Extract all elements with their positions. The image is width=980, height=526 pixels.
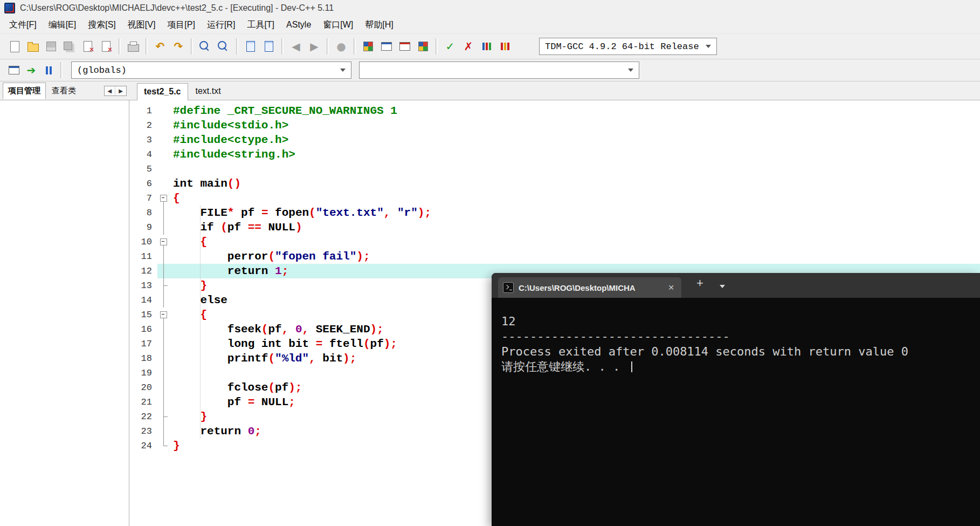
tab-text-txt[interactable]: text.txt <box>189 83 227 100</box>
menu-item-astyle[interactable]: AStyle <box>280 18 317 32</box>
terminal-line: 12 <box>501 314 975 329</box>
fold-margin <box>157 162 170 176</box>
code-line[interactable]: 6int main() <box>129 176 980 191</box>
save-all-icon[interactable] <box>61 38 78 55</box>
save-icon[interactable] <box>43 38 60 55</box>
redo-icon[interactable]: ↷ <box>170 38 187 55</box>
menu-item-window[interactable]: 窗口[W] <box>317 17 359 33</box>
line-number[interactable]: 6 <box>129 176 157 191</box>
code-text: #define _CRT_SECURE_NO_WARNINGS 1 <box>170 104 980 118</box>
find-icon[interactable] <box>197 38 214 55</box>
line-number[interactable]: 7 <box>129 191 157 206</box>
menu-item-tools[interactable]: 工具[T] <box>241 17 280 33</box>
menu-item-view[interactable]: 视图[V] <box>122 17 162 33</box>
close-all-icon[interactable] <box>98 38 115 55</box>
fold-marker-icon[interactable] <box>157 191 170 206</box>
project-manager-panel[interactable] <box>0 100 129 526</box>
back-icon[interactable]: ◀ <box>287 38 305 55</box>
code-line[interactable]: 9 if (pf == NULL) <box>129 220 980 235</box>
line-number[interactable]: 22 <box>129 409 157 424</box>
code-line[interactable]: 3#include<ctype.h> <box>129 133 980 147</box>
members-select[interactable] <box>359 62 639 79</box>
terminal-output[interactable]: 12--------------------------------Proces… <box>492 298 980 374</box>
main-toolbar: ↶↷◀▶●✓✗ TDM-GCC 4.9.2 64-bit Release <box>0 33 980 59</box>
menu-item-search[interactable]: 搜索[S] <box>82 17 122 33</box>
menu-item-help[interactable]: 帮助[H] <box>359 17 399 33</box>
bookmark-icon[interactable] <box>260 38 278 55</box>
line-number[interactable]: 14 <box>129 293 157 308</box>
code-line[interactable]: 11 perror("fopen fail"); <box>129 249 980 264</box>
fold-margin <box>157 147 170 162</box>
fold-margin <box>157 424 170 439</box>
line-number[interactable]: 23 <box>129 424 157 439</box>
tab-project-manager[interactable]: 项目管理 <box>3 83 46 99</box>
line-number[interactable]: 21 <box>129 395 157 409</box>
undo-icon[interactable]: ↶ <box>151 38 169 55</box>
line-number[interactable]: 13 <box>129 278 157 293</box>
scroll-right-icon[interactable]: ▶ <box>115 86 126 95</box>
profile-analysis-icon[interactable] <box>496 38 514 55</box>
line-number[interactable]: 18 <box>129 351 157 366</box>
toolbar-separator <box>191 38 193 54</box>
line-number[interactable]: 11 <box>129 249 157 264</box>
code-line[interactable]: 4#include<string.h> <box>129 147 980 162</box>
rebuild-icon[interactable]: ✗ <box>460 38 477 55</box>
line-number[interactable]: 8 <box>129 206 157 220</box>
toolbar-separator <box>236 38 238 54</box>
line-number[interactable]: 9 <box>129 220 157 235</box>
print-icon[interactable] <box>125 38 142 55</box>
menu-item-project[interactable]: 项目[P] <box>161 17 201 33</box>
goto-implementation-icon[interactable]: ➔ <box>23 62 39 78</box>
pause-icon[interactable] <box>40 62 57 78</box>
code-line[interactable]: 5 <box>129 162 980 176</box>
tab-test2-5-c[interactable]: test2_5.c <box>137 83 188 100</box>
fold-marker-icon[interactable] <box>157 308 170 322</box>
replace-icon[interactable] <box>215 38 232 55</box>
line-number[interactable]: 15 <box>129 308 157 322</box>
compile-icon[interactable]: ✓ <box>441 38 459 55</box>
terminal-tab[interactable]: C:\Users\ROG\Desktop\MICHA ✕ <box>498 277 681 298</box>
code-line[interactable]: 8 FILE* pf = fopen("text.txt", "r"); <box>129 206 980 220</box>
tab-class-browser[interactable]: 查看类 <box>47 83 81 99</box>
remove-project-icon[interactable] <box>378 38 395 55</box>
abort-icon[interactable]: ● <box>333 38 350 55</box>
line-number[interactable]: 1 <box>129 104 157 118</box>
code-line[interactable]: 10 { <box>129 235 980 249</box>
code-line[interactable]: 1#define _CRT_SECURE_NO_WARNINGS 1 <box>129 104 980 118</box>
scroll-left-icon[interactable]: ◀ <box>105 86 115 95</box>
new-tab-icon[interactable]: + <box>696 277 703 289</box>
line-number[interactable]: 20 <box>129 380 157 395</box>
compiler-select[interactable]: TDM-GCC 4.9.2 64-bit Release <box>539 38 717 55</box>
profile-icon[interactable] <box>478 38 495 55</box>
project-options-icon[interactable] <box>396 38 413 55</box>
line-number[interactable]: 16 <box>129 322 157 337</box>
new-project-icon[interactable] <box>360 38 377 55</box>
line-number[interactable]: 17 <box>129 337 157 351</box>
line-number[interactable]: 2 <box>129 118 157 133</box>
code-text: #include<ctype.h> <box>170 133 980 147</box>
menu-item-edit[interactable]: 编辑[E] <box>43 17 82 33</box>
line-number[interactable]: 3 <box>129 133 157 147</box>
line-number[interactable]: 10 <box>129 235 157 249</box>
globals-select[interactable]: (globals) <box>71 62 351 79</box>
goto-declaration-icon[interactable] <box>6 62 22 78</box>
tab-dropdown-button[interactable] <box>720 281 725 290</box>
line-number[interactable]: 5 <box>129 162 157 176</box>
close-tab-icon[interactable]: ✕ <box>666 283 677 292</box>
menu-item-run[interactable]: 运行[R] <box>201 17 241 33</box>
fold-marker-icon[interactable] <box>157 235 170 249</box>
line-number[interactable]: 19 <box>129 366 157 380</box>
new-file-icon[interactable] <box>6 38 23 55</box>
goto-line-icon[interactable] <box>242 38 259 55</box>
package-manager-icon[interactable] <box>415 38 432 55</box>
globals-select-value: (globals) <box>77 65 127 76</box>
code-line[interactable]: 7{ <box>129 191 980 206</box>
line-number[interactable]: 4 <box>129 147 157 162</box>
open-file-icon[interactable] <box>24 38 42 55</box>
code-line[interactable]: 2#include<stdio.h> <box>129 118 980 133</box>
line-number[interactable]: 12 <box>129 264 157 278</box>
close-file-icon[interactable] <box>79 38 96 55</box>
line-number[interactable]: 24 <box>129 439 157 453</box>
menu-item-file[interactable]: 文件[F] <box>3 17 43 33</box>
forward-icon[interactable]: ▶ <box>306 38 323 55</box>
